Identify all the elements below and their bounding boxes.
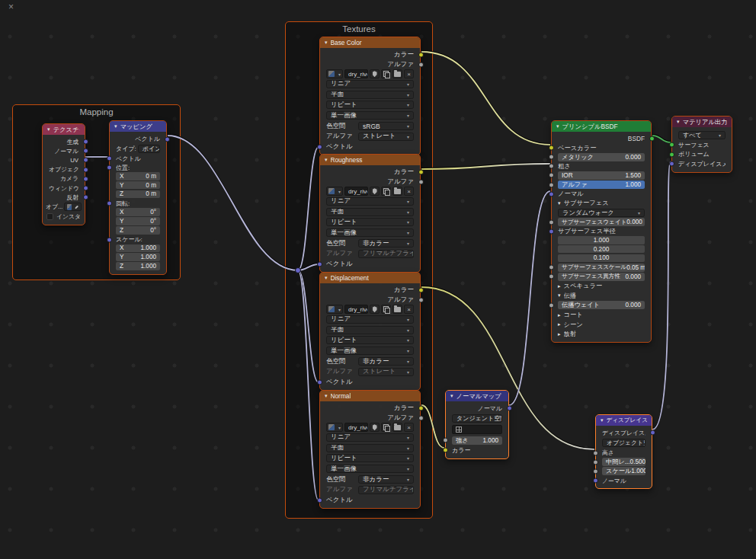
extension-dropdown[interactable]: リピート▾ bbox=[326, 336, 414, 344]
image-datablock-button[interactable]: ▾ bbox=[326, 305, 343, 314]
collapse-icon[interactable]: ▾ bbox=[556, 123, 559, 129]
subsurface-anisotropy-slider[interactable]: サブサーフェス異方性0.000 bbox=[558, 273, 645, 281]
node-header[interactable]: ▾ Roughness bbox=[320, 155, 420, 165]
uv-map-field[interactable] bbox=[452, 425, 502, 434]
alpha-mode-dropdown[interactable]: ストレート▾ bbox=[358, 368, 414, 376]
expand-icon[interactable]: ▸ bbox=[558, 321, 561, 327]
unlink-button[interactable]: × bbox=[404, 423, 414, 432]
object-output-socket[interactable] bbox=[83, 167, 88, 172]
subsurface-method-dropdown[interactable]: ランダムウォーク▾ bbox=[558, 209, 645, 217]
displacement-output-socket[interactable] bbox=[650, 430, 655, 436]
displacement-input-socket[interactable] bbox=[669, 161, 674, 167]
alpha-output-socket[interactable] bbox=[418, 62, 424, 67]
unlink-button[interactable]: × bbox=[404, 305, 414, 314]
material-output-node[interactable]: ▾ マテリアル出力 すべて▾ サーフェス ボリューム ディスプレイスメント bbox=[671, 116, 732, 173]
copy-button[interactable] bbox=[381, 187, 391, 196]
scale-x-field[interactable]: X1.000 bbox=[116, 244, 160, 253]
collapse-icon[interactable]: ▾ bbox=[47, 126, 50, 133]
transmission-weight-slider[interactable]: 伝播ウェイト0.000 bbox=[558, 301, 645, 309]
open-image-button[interactable] bbox=[392, 69, 402, 78]
colorspace-dropdown[interactable]: 非カラー▾ bbox=[358, 357, 414, 366]
alpha-mode-dropdown[interactable]: プリマルチプライ▾ bbox=[358, 250, 414, 258]
colorspace-dropdown[interactable]: sRGB▾ bbox=[358, 122, 414, 130]
node-header[interactable]: ▾ テクスチャ座標 bbox=[43, 124, 85, 135]
strength-slider[interactable]: 強さ1.000 bbox=[452, 436, 502, 445]
fake-user-button[interactable] bbox=[370, 69, 380, 78]
metallic-input-socket[interactable] bbox=[549, 155, 554, 160]
scale-z-field[interactable]: Z1.000 bbox=[116, 262, 160, 270]
projection-dropdown[interactable]: 平面▾ bbox=[326, 208, 414, 216]
strength-input-socket[interactable] bbox=[443, 438, 448, 443]
eyedropper-icon[interactable] bbox=[75, 205, 78, 209]
mapping-node[interactable]: ▾ マッピング ベクトル タイプ: ポイント▾ ベクトル 位置: X0 m Y0… bbox=[109, 120, 167, 275]
image-datablock-button[interactable]: ▾ bbox=[326, 187, 343, 196]
image-datablock-button[interactable]: ▾ bbox=[326, 69, 343, 78]
subsurface-scale-slider[interactable]: サブサーフェススケール0.05 m bbox=[558, 264, 645, 272]
extension-dropdown[interactable]: リピート▾ bbox=[326, 101, 414, 109]
image-datablock-button[interactable]: ▾ bbox=[326, 423, 343, 432]
radius-x-field[interactable]: 1.000 bbox=[558, 236, 645, 244]
collapse-icon[interactable]: ▾ bbox=[558, 292, 561, 299]
colorspace-dropdown[interactable]: 非カラー▾ bbox=[358, 475, 414, 484]
node-header[interactable]: ▾ Base Color bbox=[320, 37, 420, 48]
roughness-input-socket[interactable] bbox=[549, 164, 554, 169]
open-image-button[interactable] bbox=[392, 305, 402, 314]
output-target-dropdown[interactable]: すべて▾ bbox=[678, 131, 726, 139]
location-x-field[interactable]: X0 m bbox=[116, 172, 160, 180]
normal-output-socket[interactable] bbox=[83, 149, 88, 154]
node-header[interactable]: ▾ マッピング bbox=[110, 121, 166, 132]
image-texture-node[interactable]: ▾ Displacement カラー アルファ ▾ dry_riverbed_r… bbox=[319, 272, 421, 391]
vector-output-socket[interactable] bbox=[165, 136, 170, 142]
expand-icon[interactable]: ▸ bbox=[558, 283, 561, 289]
alpha-output-socket[interactable] bbox=[418, 415, 424, 420]
interpolation-dropdown[interactable]: リニア▾ bbox=[326, 197, 414, 206]
normal-map-node[interactable]: ▾ ノーマルマップ ノーマル タンジェント空間▾ 強さ1.000 カラー bbox=[445, 390, 509, 459]
colorspace-dropdown[interactable]: 非カラー▾ bbox=[358, 239, 414, 248]
alpha-input-socket[interactable] bbox=[549, 182, 554, 187]
collapse-icon[interactable]: ▾ bbox=[325, 40, 328, 46]
node-editor-canvas[interactable]: × Mapping Textures ▾ bbox=[0, 0, 756, 559]
projection-dropdown[interactable]: 平面▾ bbox=[326, 326, 414, 334]
scale-y-field[interactable]: Y1.000 bbox=[116, 253, 160, 261]
ior-input-socket[interactable] bbox=[549, 173, 554, 178]
node-header[interactable]: ▾ プリンシプルBSDF bbox=[552, 121, 651, 132]
normal-input-socket[interactable] bbox=[549, 191, 554, 196]
transmission-weight-socket[interactable] bbox=[549, 302, 554, 308]
alpha-slider[interactable]: アルファ1.000 bbox=[558, 180, 645, 189]
height-input-socket[interactable] bbox=[593, 450, 598, 455]
subsurface-radius-socket[interactable] bbox=[549, 228, 554, 234]
uv-output-socket[interactable] bbox=[83, 158, 88, 163]
expand-icon[interactable]: ▸ bbox=[558, 331, 561, 337]
texture-coordinate-node[interactable]: ▾ テクスチャ座標 生成 ノーマル UV オブジェクト カメラ ウィンドウ 反射… bbox=[42, 123, 85, 225]
source-dropdown[interactable]: 単一画像▾ bbox=[326, 111, 414, 120]
vector-input-socket[interactable] bbox=[317, 497, 322, 503]
image-name-field[interactable]: dry_riverbed_roc... bbox=[344, 187, 368, 196]
collapse-icon[interactable]: ▾ bbox=[325, 393, 328, 399]
copy-button[interactable] bbox=[381, 69, 391, 78]
scale-slider[interactable]: スケール1.000 bbox=[602, 467, 645, 475]
image-texture-node[interactable]: ▾ Base Color カラー アルファ ▾ dry_riverbed_roc… bbox=[319, 37, 421, 155]
subsurface-weight-slider[interactable]: サブサーフェスウェイト0.000 bbox=[558, 218, 645, 226]
principled-bsdf-node[interactable]: ▾ プリンシプルBSDF BSDF ベースカラー メタリック0.000 粗さ I… bbox=[551, 120, 652, 343]
unlink-button[interactable]: × bbox=[404, 187, 414, 196]
expand-icon[interactable]: ▸ bbox=[558, 312, 561, 318]
interpolation-dropdown[interactable]: リニア▾ bbox=[326, 80, 414, 88]
alpha-output-socket[interactable] bbox=[418, 179, 424, 184]
image-texture-node[interactable]: ▾ Normal カラー アルファ ▾ dry_riverbed_roc... … bbox=[319, 390, 421, 509]
copy-button[interactable] bbox=[381, 423, 391, 432]
reflection-output-socket[interactable] bbox=[83, 195, 88, 200]
window-output-socket[interactable] bbox=[83, 186, 88, 191]
source-dropdown[interactable]: 単一画像▾ bbox=[326, 228, 414, 237]
color-input-socket[interactable] bbox=[443, 448, 448, 453]
alpha-output-socket[interactable] bbox=[418, 297, 424, 302]
color-output-socket[interactable] bbox=[418, 288, 424, 293]
rotation-z-field[interactable]: Z0° bbox=[116, 226, 160, 235]
ior-slider[interactable]: IOR1.500 bbox=[558, 171, 645, 180]
instancer-checkbox[interactable] bbox=[46, 213, 53, 220]
bsdf-output-socket[interactable] bbox=[649, 136, 655, 142]
collapse-icon[interactable]: ▾ bbox=[450, 393, 453, 399]
location-input-socket[interactable] bbox=[107, 165, 112, 171]
scale-input-socket[interactable] bbox=[593, 468, 598, 474]
normal-output-socket[interactable] bbox=[507, 406, 512, 411]
reroute-node[interactable] bbox=[295, 267, 301, 273]
